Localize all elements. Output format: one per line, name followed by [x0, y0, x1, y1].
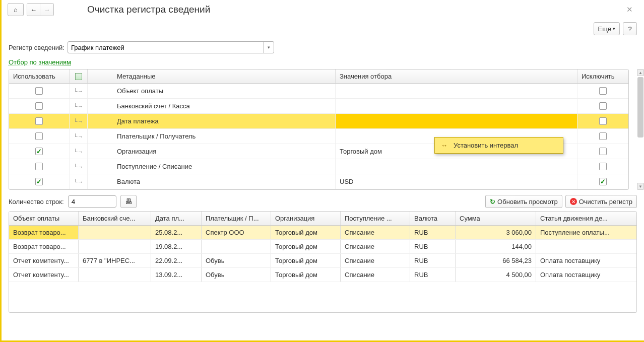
back-button[interactable]: ← [27, 4, 40, 16]
col-icon[interactable] [70, 70, 88, 83]
excl-cell[interactable] [577, 114, 628, 128]
use-checkbox[interactable] [35, 178, 43, 185]
scroll-thumb[interactable] [637, 77, 643, 138]
cell-c7: 144,00 [456, 240, 536, 253]
scroll-up[interactable]: ▲ [637, 69, 644, 76]
val-cell[interactable]: USD [336, 174, 577, 189]
h-c6[interactable]: Валюта [410, 212, 456, 225]
use-checkbox[interactable] [35, 132, 43, 140]
filter-row[interactable]: └→Поступление / Списание [9, 159, 628, 174]
more-button[interactable]: Еще ▾ [594, 22, 620, 35]
col-use[interactable]: Использовать [9, 70, 70, 83]
excl-checkbox[interactable] [599, 132, 607, 140]
filter-row[interactable]: └→Дата платежа [9, 114, 628, 129]
cell-c5: Списание [341, 268, 410, 282]
use-checkbox[interactable] [35, 163, 43, 170]
excl-cell[interactable] [577, 144, 628, 159]
filter-scrollbar[interactable]: ▲ ▼ [637, 69, 644, 190]
cell-c6: RUB [410, 240, 456, 253]
col-excl[interactable]: Исключить [577, 70, 628, 83]
use-cell[interactable] [9, 129, 70, 144]
use-cell[interactable] [9, 144, 70, 159]
cell-c0: Отчет комитенту... [9, 254, 79, 267]
col-meta[interactable]: Метаданные [88, 70, 336, 83]
icon-cell: └→ [70, 114, 88, 128]
home-button[interactable]: ⌂ [8, 3, 24, 16]
use-cell[interactable] [9, 99, 70, 113]
use-checkbox[interactable] [35, 102, 43, 110]
data-row[interactable]: Возврат товаро...25.08.2...Спектр ОООТор… [9, 226, 636, 240]
scroll-down[interactable]: ▼ [637, 183, 644, 190]
cell-c5: Списание [341, 226, 410, 239]
excl-cell[interactable] [577, 159, 628, 174]
home-icon: ⌂ [14, 6, 18, 14]
cell-c4: Торговый дом [271, 254, 341, 267]
excl-checkbox[interactable] [599, 117, 607, 125]
h-c1[interactable]: Банковский сче... [79, 212, 151, 225]
use-checkbox[interactable] [35, 87, 43, 95]
print-button[interactable]: 🖶 [120, 195, 137, 208]
val-cell[interactable] [336, 84, 577, 98]
register-select[interactable]: ▾ [68, 41, 274, 53]
tree-icon: └→ [74, 149, 83, 155]
mid-bar: Количество строк: 🖶 ↻Обновить просмотр ✕… [2, 190, 644, 211]
excl-checkbox[interactable] [599, 148, 607, 155]
cell-c7: 3 060,00 [456, 226, 536, 239]
filter-row[interactable]: └→ВалютаUSD [9, 174, 628, 189]
excl-checkbox[interactable] [599, 178, 607, 185]
filter-row[interactable]: └→Объект оплаты [9, 84, 628, 99]
h-c2[interactable]: Дата пл... [151, 212, 202, 225]
icon-cell: └→ [70, 144, 88, 159]
h-c8[interactable]: Статья движения де... [536, 212, 636, 225]
meta-cell: Организация [88, 144, 336, 159]
h-c3[interactable]: Плательщик / П... [202, 212, 271, 225]
excl-cell[interactable] [577, 84, 628, 98]
close-button[interactable]: ✕ [623, 4, 636, 15]
cell-c7: 66 584,23 [456, 254, 536, 267]
cell-c7: 4 500,00 [456, 268, 536, 282]
cell-c1: 6777 в "ИНРЕС... [79, 254, 151, 267]
use-checkbox[interactable] [35, 148, 43, 155]
val-cell[interactable] [336, 114, 577, 128]
refresh-button[interactable]: ↻Обновить просмотр [485, 195, 562, 208]
rowcount-input[interactable] [68, 195, 116, 208]
h-c7[interactable]: Сумма [456, 212, 536, 225]
forward-button[interactable]: → [40, 4, 53, 16]
use-cell[interactable] [9, 174, 70, 189]
excl-checkbox[interactable] [599, 163, 607, 170]
use-cell[interactable] [9, 114, 70, 128]
interval-icon: ↔ [441, 142, 447, 149]
dropdown-icon[interactable]: ▾ [264, 42, 274, 53]
data-row[interactable]: Отчет комитенту...6777 в "ИНРЕС...22.09.… [9, 254, 636, 268]
excl-cell[interactable] [577, 129, 628, 144]
h-c4[interactable]: Организация [271, 212, 341, 225]
help-button[interactable]: ? [623, 22, 637, 35]
filter-row[interactable]: └→Банковский счет / Касса [9, 99, 628, 114]
excl-checkbox[interactable] [599, 87, 607, 95]
data-row[interactable]: Отчет комитенту...13.09.2...ОбувьТорговы… [9, 268, 636, 282]
val-cell[interactable] [336, 159, 577, 174]
cell-c8 [536, 240, 636, 253]
h-c0[interactable]: Объект оплаты [9, 212, 79, 225]
val-cell[interactable] [336, 99, 577, 113]
col-vals[interactable]: Значения отбора [336, 70, 577, 83]
tree-icon: └→ [74, 133, 83, 140]
grid-empty-space [9, 282, 636, 312]
data-row[interactable]: Возврат товаро...19.08.2...Торговый домС… [9, 240, 636, 254]
filter-link[interactable]: Отбор по значениям [9, 58, 71, 66]
context-set-interval[interactable]: ↔ Установить интервал [435, 138, 563, 153]
use-checkbox[interactable] [35, 117, 43, 125]
cell-c6: RUB [410, 268, 456, 282]
refresh-icon: ↻ [490, 198, 495, 206]
clear-button[interactable]: ✕Очистить регистр [565, 195, 637, 208]
register-input[interactable] [68, 44, 264, 51]
excl-checkbox[interactable] [599, 102, 607, 110]
excl-cell[interactable] [577, 174, 628, 189]
excl-cell[interactable] [577, 99, 628, 113]
nav-buttons: ← → [27, 3, 54, 16]
cell-c3: Обувь [202, 268, 271, 282]
use-cell[interactable] [9, 84, 70, 98]
use-cell[interactable] [9, 159, 70, 174]
h-c5[interactable]: Поступление ... [341, 212, 410, 225]
cell-c2: 22.09.2... [151, 254, 202, 267]
